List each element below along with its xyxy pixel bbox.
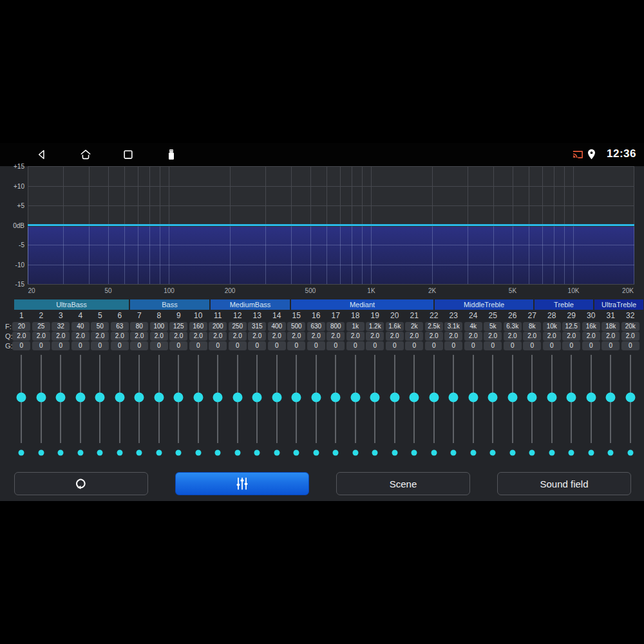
eq-slider-knob[interactable] (56, 393, 66, 402)
slider-bottom-dot (215, 450, 221, 456)
eq-slider-knob[interactable] (115, 393, 124, 402)
q-value-chip: 2.0 (386, 332, 404, 341)
eq-slider-knob[interactable] (193, 393, 203, 402)
graph-vertical-gridline (542, 227, 543, 285)
eq-slider-knob[interactable] (154, 393, 164, 402)
graph-horizontal-gridline (28, 205, 634, 206)
slider-bottom-dot (372, 450, 378, 456)
q-value-chip: 2.0 (111, 332, 129, 341)
usb-drive-icon[interactable] (165, 148, 178, 161)
q-value-chip: 2.0 (150, 332, 168, 341)
eq-response-graph (28, 166, 634, 284)
graph-vertical-gridline (352, 227, 352, 285)
slider-bottom-dot (294, 450, 299, 456)
graph-vertical-gridline (160, 227, 160, 285)
slider-bottom-dot (627, 450, 633, 456)
eq-slider-knob[interactable] (232, 393, 242, 402)
gain-value-chip: 0 (425, 341, 443, 350)
q-value-chip: 2.0 (327, 332, 345, 341)
eq-slider-knob[interactable] (410, 393, 419, 402)
db-axis-label: 0dB (13, 222, 24, 229)
location-icon (585, 148, 598, 160)
channel-number: 32 (626, 311, 634, 320)
db-axis-label: -10 (15, 261, 24, 268)
eq-slider-knob[interactable] (606, 393, 616, 402)
eq-slider-knob[interactable] (174, 393, 184, 402)
frequency-axis-label: 50 (104, 287, 111, 294)
slider-bottom-dot (431, 450, 437, 456)
slider-bottom-dot (451, 450, 457, 456)
equalizer-button[interactable] (175, 472, 309, 495)
gain-value-chip: 0 (601, 341, 620, 350)
eq-slider-knob[interactable] (135, 393, 144, 402)
eq-slider-knob[interactable] (547, 393, 556, 402)
frequency-axis-label: 10K (568, 287, 580, 294)
q-value-chip: 2.0 (209, 332, 227, 341)
eq-slider-knob[interactable] (36, 393, 46, 402)
eq-slider-knob[interactable] (468, 393, 478, 402)
gain-value-chip: 0 (189, 341, 207, 350)
home-icon[interactable] (79, 148, 92, 161)
gain-value-chip: 0 (91, 341, 109, 350)
eq-slider-knob[interactable] (252, 393, 262, 402)
reset-button[interactable] (14, 472, 148, 495)
frequency-axis-label: 500 (305, 287, 316, 294)
eq-slider-knob[interactable] (17, 393, 26, 402)
eq-slider-knob[interactable] (429, 393, 439, 402)
sound-field-button[interactable]: Sound field (497, 472, 631, 495)
eq-slider-knob[interactable] (331, 393, 341, 402)
slider-bottom-dot (77, 450, 83, 456)
graph-vertical-gridline (310, 227, 311, 285)
gain-value-chip: 0 (229, 341, 247, 350)
slider-bottom-dot (412, 450, 417, 456)
eq-slider-knob[interactable] (527, 393, 537, 402)
eq-slider-knob[interactable] (350, 393, 360, 402)
eq-slider-knob[interactable] (488, 393, 498, 402)
slider-bottom-dot (470, 450, 476, 456)
eq-slider-knob[interactable] (586, 393, 596, 402)
q-value-chip: 2.0 (425, 332, 443, 341)
q-value-chip: 2.0 (621, 332, 639, 341)
channel-number: 7 (137, 311, 142, 320)
q-value-chip: 2.0 (464, 332, 482, 341)
graph-vertical-gridline (230, 227, 231, 285)
band-header-mediant: Mediant (291, 299, 433, 310)
graph-horizontal-gridline (28, 265, 634, 265)
row-label-frequency: F: (5, 323, 12, 330)
slider-bottom-dot (38, 450, 44, 456)
frequency-value-chip: 80 (130, 322, 148, 331)
status-time: 12:36 (607, 147, 636, 160)
channel-number: 6 (117, 311, 122, 320)
slider-bottom-dot (195, 450, 201, 456)
cast-icon (572, 149, 583, 160)
eq-slider-knob[interactable] (370, 393, 380, 402)
channel-number: 14 (272, 311, 281, 320)
eq-slider-knob[interactable] (567, 393, 576, 402)
eq-slider-knob[interactable] (507, 393, 517, 402)
slider-bottom-dot (333, 450, 339, 456)
frequency-value-chip: 160 (189, 322, 207, 331)
eq-slider-knob[interactable] (311, 393, 321, 402)
eq-slider-knob[interactable] (292, 393, 301, 402)
eq-slider-knob[interactable] (95, 393, 105, 402)
eq-slider-knob[interactable] (213, 393, 223, 402)
back-icon[interactable] (35, 148, 48, 161)
graph-vertical-gridline (89, 227, 90, 285)
head-unit-screen: 12:36 +15+10+50dB-5-10-15 20501002005001… (0, 143, 644, 501)
graph-vertical-gridline (138, 227, 138, 285)
eq-slider-knob[interactable] (449, 393, 459, 402)
eq-slider-knob[interactable] (625, 393, 635, 402)
eq-slider-knob[interactable] (75, 393, 85, 402)
frequency-value-chip: 20k (621, 322, 639, 331)
recents-icon[interactable] (122, 148, 135, 161)
frequency-axis-label: 2K (428, 287, 436, 294)
eq-slider-knob[interactable] (390, 393, 399, 402)
graph-vertical-gridline (432, 227, 433, 285)
scene-button[interactable]: Scene (336, 472, 470, 495)
graph-vertical-gridline (493, 227, 494, 285)
gain-value-chip: 0 (307, 341, 325, 350)
frequency-value-chip: 630 (307, 322, 325, 331)
frequency-value-chip: 8k (523, 322, 541, 331)
eq-slider-knob[interactable] (272, 393, 281, 402)
frequency-value-chip: 32 (52, 322, 70, 331)
